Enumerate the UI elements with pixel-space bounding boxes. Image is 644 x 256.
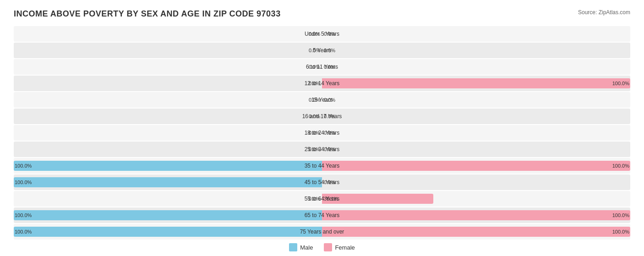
bar-row: 0.0%0.0%5 Years [14, 43, 630, 58]
bar-row: 0.0%0.0%25 to 34 Years [14, 142, 630, 157]
female-half: 0.0% [322, 26, 630, 42]
female-value: 36.1% [324, 196, 338, 202]
bar-row: 0.0%0.0%18 to 24 Years [14, 125, 630, 141]
female-value: 0.0% [324, 114, 335, 119]
legend: Male Female [14, 243, 630, 251]
male-bar [14, 210, 322, 220]
male-half: 0.0% [14, 125, 322, 141]
male-value: 0.0% [309, 130, 320, 136]
male-value: 100.0% [15, 163, 32, 169]
male-value: 0.0% [309, 114, 320, 119]
bar-row: 0.0%0.0%6 to 11 Years [14, 59, 630, 75]
male-half: 0.0% [14, 142, 322, 157]
female-half: 0.0% [322, 92, 630, 108]
male-half: 0.0% [14, 43, 322, 58]
female-half: 100.0% [322, 76, 630, 91]
female-half: 0.0% [322, 43, 630, 58]
male-half: 100.0% [14, 174, 322, 190]
bar-row: 100.0%100.0%65 to 74 Years [14, 207, 630, 223]
female-value: 100.0% [612, 212, 629, 218]
bar-row: 0.0%100.0%12 to 14 Years [14, 76, 630, 91]
chart-wrapper: INCOME ABOVE POVERTY BY SEX AND AGE IN Z… [14, 9, 630, 251]
female-half: 0.0% [322, 109, 630, 124]
female-value: 0.0% [324, 180, 335, 185]
female-value: 0.0% [324, 48, 335, 53]
female-bar [322, 194, 433, 204]
legend-female-box [324, 243, 332, 251]
chart-title: INCOME ABOVE POVERTY BY SEX AND AGE IN Z… [14, 9, 281, 19]
legend-male: Male [289, 243, 313, 251]
female-value: 100.0% [612, 229, 629, 234]
female-half: 0.0% [322, 142, 630, 157]
bar-row: 100.0%0.0%45 to 54 Years [14, 174, 630, 190]
female-value: 0.0% [324, 147, 335, 152]
bar-row: 100.0%100.0%75 Years and over [14, 224, 630, 240]
female-bar [322, 210, 630, 220]
female-bar [322, 227, 630, 237]
male-half: 100.0% [14, 158, 322, 174]
female-half: 100.0% [322, 158, 630, 174]
bar-row: 0.0%0.0%Under 5 Years [14, 26, 630, 42]
female-bar [322, 161, 630, 171]
female-half: 100.0% [322, 207, 630, 223]
male-bar [14, 177, 322, 187]
male-half: 0.0% [14, 109, 322, 124]
chart-container: 0.0%0.0%Under 5 Years0.0%0.0%5 Years0.0%… [14, 26, 630, 240]
male-half: 0.0% [14, 59, 322, 75]
legend-female: Female [324, 243, 355, 251]
male-bar [14, 227, 322, 237]
male-half: 100.0% [14, 207, 322, 223]
male-half: 0.0% [14, 92, 322, 108]
legend-female-label: Female [335, 244, 355, 251]
male-value: 100.0% [15, 229, 32, 234]
source-text: Source: ZipAtlas.com [578, 9, 630, 16]
female-half: 0.0% [322, 125, 630, 141]
male-half: 0.0% [14, 191, 322, 207]
female-value: 0.0% [324, 130, 335, 136]
male-value: 0.0% [309, 31, 320, 37]
bar-row: 0.0%0.0%15 Years [14, 92, 630, 108]
legend-male-box [289, 243, 297, 251]
male-half: 0.0% [14, 26, 322, 42]
male-value: 0.0% [309, 81, 320, 86]
male-value: 100.0% [15, 180, 32, 185]
female-half: 0.0% [322, 59, 630, 75]
male-value: 0.0% [309, 196, 320, 202]
male-value: 0.0% [309, 48, 320, 53]
female-half: 0.0% [322, 174, 630, 190]
female-value: 0.0% [324, 31, 335, 37]
male-bar [14, 161, 322, 171]
male-value: 0.0% [309, 64, 320, 70]
male-half: 100.0% [14, 224, 322, 240]
bar-row: 0.0%36.1%55 to 64 Years [14, 191, 630, 207]
male-half: 0.0% [14, 76, 322, 91]
legend-male-label: Male [300, 244, 313, 251]
male-value: 0.0% [309, 97, 320, 103]
female-value: 0.0% [324, 64, 335, 70]
bar-row: 0.0%0.0%16 and 17 Years [14, 109, 630, 124]
female-value: 0.0% [324, 97, 335, 103]
male-value: 100.0% [15, 212, 32, 218]
bar-row: 100.0%100.0%35 to 44 Years [14, 158, 630, 174]
female-bar [322, 78, 630, 88]
female-value: 100.0% [612, 163, 629, 169]
female-value: 100.0% [612, 81, 629, 86]
male-value: 0.0% [309, 147, 320, 152]
female-half: 36.1% [322, 191, 630, 207]
female-half: 100.0% [322, 224, 630, 240]
